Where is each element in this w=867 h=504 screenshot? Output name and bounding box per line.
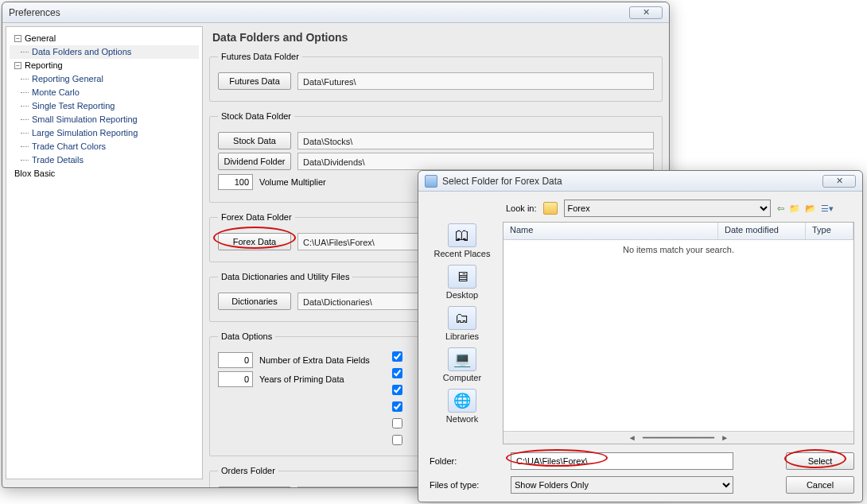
close-icon: ✕ xyxy=(643,7,650,17)
tree-node-general[interactable]: − General xyxy=(10,32,199,45)
volume-multiplier-label: Volume Multiplier xyxy=(259,177,326,187)
prefs-title: Preferences xyxy=(9,7,629,18)
priming-years-input[interactable] xyxy=(218,371,253,387)
col-type[interactable]: Type xyxy=(806,223,853,239)
folder-field-label: Folder: xyxy=(426,456,503,466)
recent-places-icon: 🕮 xyxy=(448,223,476,247)
col-name[interactable]: Name xyxy=(503,223,718,239)
nav-tree[interactable]: − General Data Folders and Options − Rep… xyxy=(6,26,203,479)
tree-node-data-folders[interactable]: Data Folders and Options xyxy=(10,45,199,59)
option-checkbox[interactable] xyxy=(389,349,405,364)
group-futures: Futures Data Folder Futures Data Data\Fu… xyxy=(209,52,663,102)
volume-multiplier-input[interactable] xyxy=(218,174,253,190)
extra-fields-input[interactable] xyxy=(218,352,253,368)
tree-node-reporting-general[interactable]: Reporting General xyxy=(10,72,199,86)
option-checkbox[interactable] xyxy=(389,399,405,414)
option-checkbox[interactable] xyxy=(389,416,405,431)
option-checkbox[interactable] xyxy=(389,382,405,397)
futures-data-button[interactable]: Futures Data xyxy=(218,72,291,90)
collapse-icon[interactable]: − xyxy=(14,35,21,42)
dictionaries-button[interactable]: Dictionaries xyxy=(218,293,291,310)
cancel-button[interactable]: Cancel xyxy=(786,476,854,494)
dividend-path-field: Data\Dividends\ xyxy=(297,153,654,170)
collapse-icon[interactable]: − xyxy=(14,62,21,69)
app-icon xyxy=(425,175,437,188)
prefs-close-button[interactable]: ✕ xyxy=(629,6,663,19)
up-one-level-icon[interactable]: 📁 xyxy=(789,204,800,214)
option-checkbox[interactable] xyxy=(389,366,405,381)
place-computer[interactable]: 💻Computer xyxy=(430,347,494,382)
views-icon[interactable]: ☰▾ xyxy=(821,204,834,214)
extra-fields-label: Number of Extra Data Fields xyxy=(259,355,370,365)
file-list[interactable]: Name Date modified Type No items match y… xyxy=(503,222,854,444)
futures-path-field: Data\Futures\ xyxy=(297,72,654,90)
file-type-select[interactable]: Show Folders Only xyxy=(511,476,733,494)
select-button[interactable]: Select xyxy=(786,452,854,470)
tree-node-reporting[interactable]: − Reporting xyxy=(10,59,199,72)
tree-node-single-test[interactable]: Single Test Reporting xyxy=(10,99,199,113)
horizontal-scrollbar[interactable]: ◄ ━━━━━━━━━━━━━━━ ► xyxy=(503,431,853,444)
file-type-label: Files of type: xyxy=(426,480,503,490)
back-icon[interactable]: ⇦ xyxy=(777,204,784,214)
place-desktop[interactable]: 🖥Desktop xyxy=(430,265,494,300)
network-icon: 🌐 xyxy=(448,389,476,413)
look-in-label: Look in: xyxy=(506,204,537,213)
folder-path-input[interactable] xyxy=(511,452,733,470)
close-icon: ✕ xyxy=(836,176,843,186)
look-in-select[interactable]: Forex xyxy=(564,200,771,217)
dialog-title: Select Folder for Forex Data xyxy=(442,176,822,187)
dividend-folder-button[interactable]: Dividend Folder xyxy=(218,153,291,170)
option-checkbox[interactable] xyxy=(389,432,405,448)
stock-path-field: Data\Stocks\ xyxy=(297,132,654,149)
computer-icon: 💻 xyxy=(448,347,476,371)
forex-data-button[interactable]: Forex Data xyxy=(218,233,291,250)
dialog-titlebar: Select Folder for Forex Data ✕ xyxy=(418,171,862,192)
tree-node-large-sim[interactable]: Large Simulation Reporting xyxy=(10,126,199,140)
orders-button[interactable]: Orders xyxy=(218,487,291,487)
desktop-icon: 🖥 xyxy=(448,265,476,289)
folder-dialog: Select Folder for Forex Data ✕ Look in: … xyxy=(418,170,863,502)
page-title: Data Folders and Options xyxy=(212,31,663,44)
file-list-columns[interactable]: Name Date modified Type xyxy=(503,223,853,240)
empty-list-message: No items match your search. xyxy=(503,240,853,431)
folder-icon xyxy=(543,202,558,215)
prefs-titlebar: Preferences ✕ xyxy=(2,2,669,23)
tree-node-trade-details[interactable]: Trade Details xyxy=(10,153,199,167)
place-network[interactable]: 🌐Network xyxy=(430,389,494,424)
tree-node-monte-carlo[interactable]: Monte Carlo xyxy=(10,86,199,99)
places-bar: 🕮Recent Places 🖥Desktop 🗂Libraries 💻Comp… xyxy=(426,222,498,444)
new-folder-icon[interactable]: 📂 xyxy=(805,204,816,214)
place-libraries[interactable]: 🗂Libraries xyxy=(430,306,494,341)
tree-node-trade-colors[interactable]: Trade Chart Colors xyxy=(10,140,199,153)
col-date[interactable]: Date modified xyxy=(718,223,806,239)
tree-node-small-sim[interactable]: Small Simulation Reporting xyxy=(10,113,199,126)
priming-years-label: Years of Priming Data xyxy=(259,374,344,384)
libraries-icon: 🗂 xyxy=(448,306,476,330)
place-recent[interactable]: 🕮Recent Places xyxy=(430,223,494,258)
dialog-close-button[interactable]: ✕ xyxy=(822,175,856,188)
tree-node-blox-basic[interactable]: Blox Basic xyxy=(10,167,199,180)
stock-data-button[interactable]: Stock Data xyxy=(218,132,291,149)
